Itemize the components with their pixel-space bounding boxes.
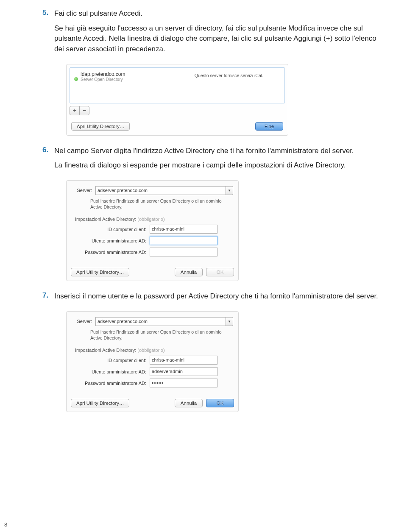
- server-dropdown-icon[interactable]: ▼: [226, 186, 233, 195]
- cancel-button[interactable]: Annulla: [175, 268, 203, 276]
- done-button[interactable]: Fine: [255, 122, 283, 131]
- step-body: Se hai già eseguito l'accesso a un serve…: [54, 23, 386, 55]
- server-combo[interactable]: adserver.pretendco.com ▼: [95, 317, 233, 326]
- step-number: 7.: [42, 291, 54, 306]
- ok-button[interactable]: OK: [206, 268, 234, 276]
- server-input[interactable]: adserver.pretendco.com: [95, 186, 226, 195]
- directory-servers-dialog: ldap.pretendco.com Server Open Directory…: [66, 64, 288, 136]
- step-7: 7. Inserisci il nome utente e la passwor…: [42, 291, 386, 306]
- step-title: Nel campo Server digita l'indirizzo Acti…: [54, 146, 386, 156]
- remove-server-button[interactable]: −: [79, 106, 89, 115]
- ad-settings-dialog-empty: Server: adserver.pretendco.com ▼ Puoi in…: [66, 180, 239, 281]
- ad-section-title: Impostazioni Active Directory: (obbligat…: [67, 345, 238, 354]
- client-id-label: ID computer client:: [72, 227, 150, 232]
- server-hint: Puoi inserire l'indirizzo di un server O…: [67, 196, 238, 214]
- server-label: Server:: [72, 188, 95, 193]
- server-service-message: Questo server fornisce servizi iCal.: [195, 73, 280, 78]
- add-server-button[interactable]: +: [70, 106, 79, 115]
- ad-admin-user-label: Utente amministratore AD:: [72, 369, 150, 374]
- step-number: 5.: [42, 8, 54, 59]
- server-input[interactable]: adserver.pretendco.com: [95, 317, 226, 326]
- step-body: La finestra di dialogo si espande per mo…: [54, 160, 386, 171]
- ad-section-title: Impostazioni Active Directory: (obbligat…: [67, 214, 238, 223]
- status-online-icon: [74, 77, 78, 81]
- step-6: 6. Nel campo Server digita l'indirizzo A…: [42, 146, 386, 175]
- open-directory-utility-button[interactable]: Apri Utility Directory…: [71, 122, 130, 131]
- ad-settings-dialog-filled: Server: adserver.pretendco.com ▼ Puoi in…: [66, 311, 239, 412]
- ad-admin-user-label: Utente amministratore AD:: [72, 238, 150, 243]
- open-directory-utility-button[interactable]: Apri Utility Directory…: [71, 268, 129, 276]
- open-directory-utility-button[interactable]: Apri Utility Directory…: [71, 399, 129, 407]
- ad-admin-pass-input[interactable]: [150, 248, 217, 256]
- server-type: Server Open Directory: [81, 77, 195, 82]
- ad-admin-user-input[interactable]: adserveradmin: [150, 367, 217, 376]
- server-list-row[interactable]: ldap.pretendco.com Server Open Directory…: [70, 67, 285, 103]
- server-combo[interactable]: adserver.pretendco.com ▼: [95, 186, 233, 195]
- ad-admin-user-input[interactable]: [150, 236, 217, 245]
- ad-admin-pass-input[interactable]: •••••••: [150, 379, 217, 387]
- step-title: Fai clic sul pulsante Accedi.: [54, 8, 386, 19]
- step-title: Inserisci il nome utente e la password p…: [54, 291, 386, 302]
- client-id-input[interactable]: chriss-mac-mini: [150, 225, 217, 234]
- ad-admin-pass-label: Password amministratore AD:: [72, 250, 150, 255]
- server-dropdown-icon[interactable]: ▼: [226, 317, 233, 326]
- server-hostname: ldap.pretendco.com: [81, 71, 195, 77]
- server-hint: Puoi inserire l'indirizzo di un server O…: [67, 327, 238, 345]
- step-5: 5. Fai clic sul pulsante Accedi. Se hai …: [42, 8, 386, 59]
- ok-button[interactable]: OK: [206, 399, 234, 407]
- server-label: Server:: [72, 319, 95, 324]
- step-number: 6.: [42, 146, 54, 175]
- client-id-label: ID computer client:: [72, 358, 150, 363]
- cancel-button[interactable]: Annulla: [175, 399, 203, 407]
- client-id-input[interactable]: chriss-mac-mini: [150, 356, 217, 365]
- ad-admin-pass-label: Password amministratore AD:: [72, 381, 150, 386]
